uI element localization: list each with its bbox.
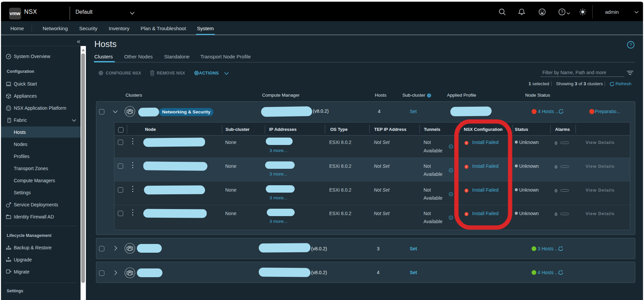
svg-text:?: ? <box>561 10 563 14</box>
svg-text:?: ? <box>630 42 632 47</box>
